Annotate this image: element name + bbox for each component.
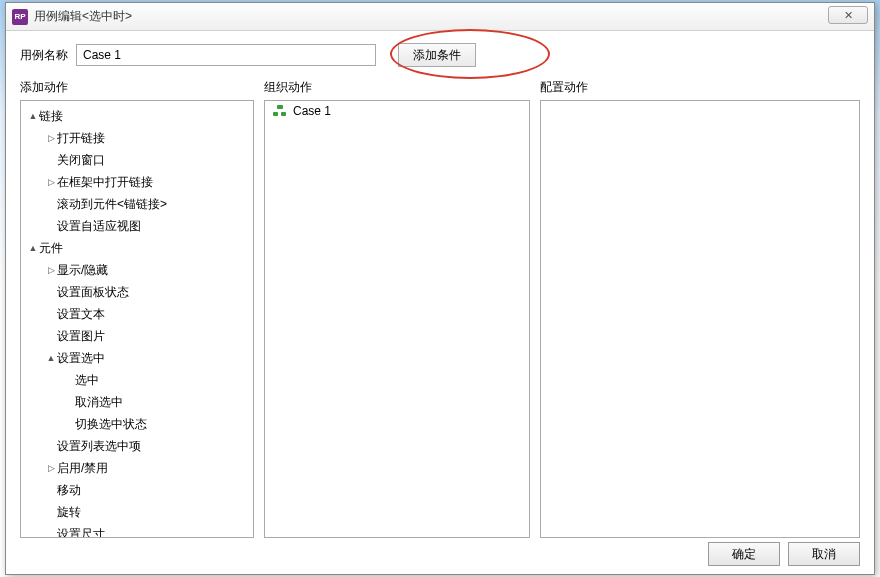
tree-item[interactable]: 关闭窗口 [21,149,253,171]
ok-button[interactable]: 确定 [708,542,780,566]
section-headers: 添加动作 组织动作 配置动作 [20,79,860,96]
tree-item[interactable]: ▲链接 [21,105,253,127]
add-action-panel: ▲链接▷打开链接关闭窗口▷在框架中打开链接滚动到元件<锚链接>设置自适应视图▲元… [20,100,254,538]
organize-action-panel: Case 1 [264,100,530,538]
configure-action-panel [540,100,860,538]
case-name-row: 用例名称 添加条件 [20,43,860,67]
tree-item[interactable]: 切换选中状态 [21,413,253,435]
cancel-button[interactable]: 取消 [788,542,860,566]
tree-item-label: 链接 [39,108,63,125]
tree-item[interactable]: 选中 [21,369,253,391]
tree-item-label: 元件 [39,240,63,257]
tree-item[interactable]: ▷在框架中打开链接 [21,171,253,193]
flowchart-icon [273,105,287,117]
tree-item-label: 移动 [57,482,81,499]
expand-icon[interactable]: ▷ [45,265,57,275]
tree-item[interactable]: ▷显示/隐藏 [21,259,253,281]
tree-item-label: 选中 [75,372,99,389]
tree-item-label: 启用/禁用 [57,460,108,477]
tree-item-label: 滚动到元件<锚链接> [57,196,167,213]
tree-item[interactable]: 旋转 [21,501,253,523]
tree-item-label: 关闭窗口 [57,152,105,169]
collapse-icon[interactable]: ▲ [27,243,39,253]
organize-case-label: Case 1 [293,104,331,118]
expand-icon[interactable]: ▷ [45,133,57,143]
tree-item[interactable]: ▷打开链接 [21,127,253,149]
tree-item-label: 设置图片 [57,328,105,345]
expand-icon[interactable]: ▷ [45,463,57,473]
tree-item[interactable]: 取消选中 [21,391,253,413]
organize-action-header: 组织动作 [264,79,540,96]
tree-item[interactable]: ▲元件 [21,237,253,259]
close-button[interactable]: ✕ [828,6,868,24]
tree-item-label: 设置自适应视图 [57,218,141,235]
panels-row: ▲链接▷打开链接关闭窗口▷在框架中打开链接滚动到元件<锚链接>设置自适应视图▲元… [20,100,860,538]
collapse-icon[interactable]: ▲ [27,111,39,121]
tree-item[interactable]: 设置面板状态 [21,281,253,303]
configure-action-header: 配置动作 [540,79,860,96]
tree-item-label: 在框架中打开链接 [57,174,153,191]
dialog-footer: 确定 取消 [708,542,860,566]
tree-item[interactable]: ▷启用/禁用 [21,457,253,479]
tree-item-label: 显示/隐藏 [57,262,108,279]
collapse-icon[interactable]: ▲ [45,353,57,363]
dialog-content: 用例名称 添加条件 添加动作 组织动作 配置动作 ▲链接▷打开链接关闭窗口▷在框… [6,31,874,546]
tree-item-label: 设置尺寸 [57,526,105,538]
organize-case-item[interactable]: Case 1 [265,101,529,121]
dialog-window: RP 用例编辑<选中时> ✕ 用例名称 添加条件 添加动作 组织动作 配置动作 … [5,2,875,575]
tree-item-label: 设置面板状态 [57,284,129,301]
action-tree: ▲链接▷打开链接关闭窗口▷在框架中打开链接滚动到元件<锚链接>设置自适应视图▲元… [21,101,253,537]
tree-item-label: 设置文本 [57,306,105,323]
window-title: 用例编辑<选中时> [34,8,132,25]
titlebar: RP 用例编辑<选中时> ✕ [6,3,874,31]
add-action-header: 添加动作 [20,79,264,96]
add-action-scroll[interactable]: ▲链接▷打开链接关闭窗口▷在框架中打开链接滚动到元件<锚链接>设置自适应视图▲元… [21,101,253,537]
tree-item[interactable]: 滚动到元件<锚链接> [21,193,253,215]
tree-item-label: 取消选中 [75,394,123,411]
tree-item[interactable]: 移动 [21,479,253,501]
tree-item-label: 设置选中 [57,350,105,367]
app-icon: RP [12,9,28,25]
tree-item[interactable]: 设置图片 [21,325,253,347]
tree-item-label: 打开链接 [57,130,105,147]
tree-item[interactable]: ▲设置选中 [21,347,253,369]
tree-item[interactable]: 设置自适应视图 [21,215,253,237]
tree-item-label: 切换选中状态 [75,416,147,433]
case-name-label: 用例名称 [20,47,68,64]
tree-item[interactable]: 设置文本 [21,303,253,325]
tree-item-label: 设置列表选中项 [57,438,141,455]
add-condition-button[interactable]: 添加条件 [398,43,476,67]
tree-item[interactable]: 设置尺寸 [21,523,253,537]
case-name-input[interactable] [76,44,376,66]
expand-icon[interactable]: ▷ [45,177,57,187]
tree-item-label: 旋转 [57,504,81,521]
tree-item[interactable]: 设置列表选中项 [21,435,253,457]
